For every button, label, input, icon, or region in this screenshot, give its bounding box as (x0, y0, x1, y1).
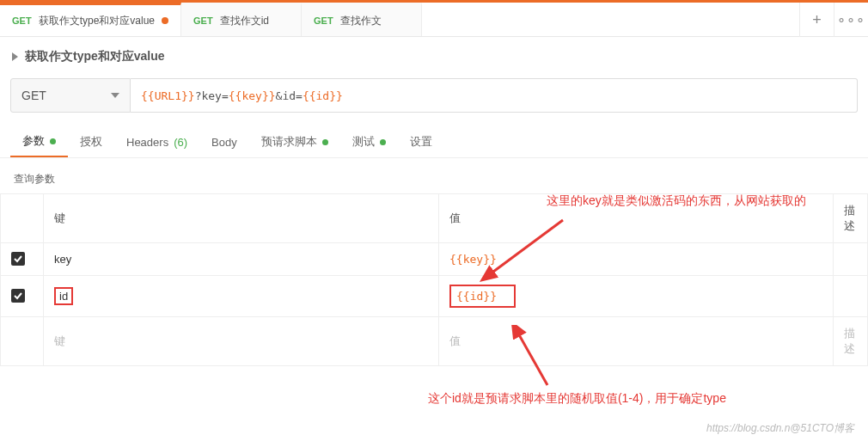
url-text-2: &id= (276, 89, 303, 102)
tab-tests[interactable]: 测试 (340, 126, 398, 157)
active-dot-icon (322, 139, 328, 145)
method-badge: GET (314, 15, 333, 26)
query-params-label: 查询参数 (0, 158, 868, 193)
url-token-id: {{id}} (303, 89, 343, 102)
param-desc-cell[interactable] (834, 243, 868, 276)
col-desc: 描述 (834, 194, 868, 243)
new-tab-button[interactable]: + (799, 3, 834, 37)
param-key-input[interactable]: 键 (44, 317, 439, 366)
tab-body[interactable]: Body (199, 126, 249, 157)
col-checkbox (1, 194, 44, 243)
method-badge: GET (193, 15, 213, 26)
url-text-1: ?key= (195, 89, 229, 102)
placeholder-key: 键 (54, 334, 65, 347)
annotation-highlight: {{id}} (449, 285, 516, 308)
col-value: 值 (439, 194, 834, 243)
placeholder-value: 值 (449, 334, 461, 347)
tab-prereq-label: 预请求脚本 (261, 134, 317, 150)
param-value: {{id}} (456, 290, 497, 303)
request-header: 获取作文type和对应value (0, 37, 868, 71)
url-token-url1: {{URL1}} (141, 89, 195, 102)
tab-params[interactable]: 参数 (10, 126, 68, 157)
tab-request-2[interactable]: GET 查找作文id (181, 3, 302, 36)
param-desc-cell[interactable] (834, 276, 868, 317)
watermark: https://blog.csdn.n@51CTO博客 (706, 421, 854, 436)
method-badge: GET (12, 15, 32, 26)
tab-settings[interactable]: 设置 (398, 126, 444, 157)
table-row: key {{key}} (1, 243, 868, 276)
param-desc-input[interactable]: 描述 (834, 317, 868, 366)
table-row-empty: 键 值 描述 (1, 317, 868, 366)
tab-title: 查找作文 (340, 14, 382, 28)
annotation-highlight: id (54, 287, 73, 305)
url-token-key: {{key}} (229, 89, 276, 102)
active-dot-icon (380, 139, 386, 145)
param-value-cell[interactable]: {{key}} (439, 243, 834, 276)
headers-count: (6) (174, 136, 187, 149)
tab-request-3[interactable]: GET 查找作文 (302, 3, 422, 36)
section-tabs: 参数 授权 Headers (6) Body 预请求脚本 测试 设置 (0, 126, 868, 158)
tab-tests-label: 测试 (352, 134, 375, 150)
tab-title: 获取作文type和对应value (39, 14, 155, 28)
tab-prereq[interactable]: 预请求脚本 (249, 126, 340, 157)
active-dot-icon (50, 138, 56, 144)
param-value-cell[interactable]: {{id}} (439, 276, 834, 317)
param-key-cell[interactable]: id (44, 276, 439, 317)
tab-params-label: 参数 (22, 133, 45, 149)
row-checkbox[interactable] (11, 252, 25, 266)
tab-overflow-button[interactable]: ∘∘∘ (834, 3, 868, 37)
collapse-icon[interactable] (12, 52, 18, 61)
unsaved-dot-icon (162, 17, 168, 24)
method-value: GET (21, 89, 46, 102)
chevron-down-icon (111, 93, 119, 98)
tab-headers-label: Headers (126, 136, 168, 149)
table-header-row: 键 值 描述 (1, 194, 868, 243)
method-select[interactable]: GET (10, 78, 131, 113)
tab-request-1[interactable]: GET 获取作文type和对应value (0, 3, 181, 36)
tab-headers[interactable]: Headers (6) (114, 126, 199, 157)
url-row: GET {{URL1}}?key={{key}}&id={{id}} (0, 71, 868, 126)
tab-auth[interactable]: 授权 (68, 126, 114, 157)
tab-title: 查找作文id (220, 14, 269, 28)
param-value-input[interactable]: 值 (439, 317, 834, 366)
table-row: id {{id}} (1, 276, 868, 317)
col-key: 键 (44, 194, 439, 243)
param-value: {{key}} (449, 253, 497, 266)
params-table: 键 值 描述 key {{key}} id {{id}} 键 值 (0, 193, 868, 366)
param-key-cell[interactable]: key (44, 243, 439, 276)
placeholder-desc: 描述 (844, 327, 855, 355)
annotation-text-2: 这个id就是预请求脚本里的随机取值(1-4)，用于确定type (428, 389, 726, 407)
tab-actions: + ∘∘∘ (799, 3, 868, 36)
request-title: 获取作文type和对应value (25, 49, 165, 64)
url-input[interactable]: {{URL1}}?key={{key}}&id={{id}} (131, 78, 858, 113)
row-checkbox[interactable] (11, 289, 25, 303)
request-tabs: GET 获取作文type和对应value GET 查找作文id GET 查找作文… (0, 3, 868, 37)
